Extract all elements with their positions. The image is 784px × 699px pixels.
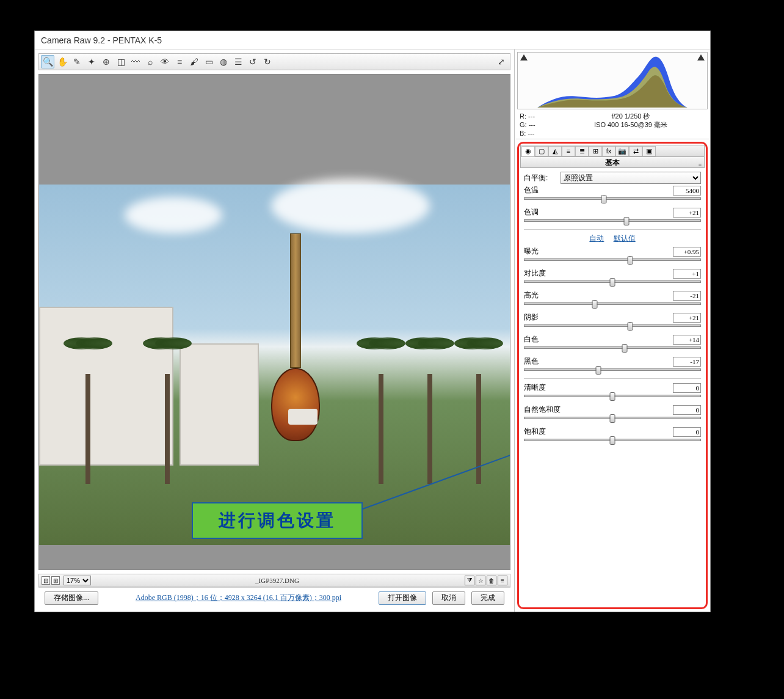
tab-detail[interactable]: ◭: [548, 146, 562, 156]
slider-thumb[interactable]: [610, 414, 615, 423]
slider-track[interactable]: [524, 367, 701, 373]
slider-presence-0: 清晰度: [524, 382, 701, 400]
slider-presence-1: 自然饱和度: [524, 404, 701, 422]
save-button[interactable]: 存储图像...: [45, 591, 98, 605]
slider-tone-3: 阴影: [524, 312, 701, 329]
slider-thumb[interactable]: [595, 366, 601, 375]
slider-value-input[interactable]: [673, 335, 701, 345]
slider-value-input[interactable]: [673, 383, 701, 393]
slider-value-input[interactable]: [673, 405, 701, 415]
done-button[interactable]: 完成: [471, 591, 504, 605]
hand-icon[interactable]: ✋: [56, 55, 69, 68]
slider-value-input[interactable]: [673, 291, 701, 301]
rating-icon[interactable]: ☆: [476, 576, 485, 585]
slider-value-input[interactable]: [673, 269, 701, 279]
default-link[interactable]: 默认值: [614, 234, 636, 243]
slider-track[interactable]: [524, 345, 701, 351]
grid-minus-icon[interactable]: ⊟: [42, 576, 50, 585]
slider-value-input[interactable]: [673, 313, 701, 323]
prefs-icon[interactable]: ☰: [231, 55, 245, 68]
slider-value-input[interactable]: [673, 357, 701, 367]
adjust-icon[interactable]: ≡: [173, 55, 186, 68]
slider-label: 饱和度: [524, 426, 546, 437]
tab-fx[interactable]: fx: [602, 146, 615, 156]
tab-hsl[interactable]: ≡: [562, 146, 575, 156]
slider-label: 阴影: [524, 312, 539, 323]
target-icon[interactable]: ⊕: [100, 55, 113, 68]
panel-menu-icon[interactable]: ≡: [699, 159, 702, 170]
tab-basic[interactable]: ◉: [521, 146, 535, 156]
redeye-icon[interactable]: 👁: [158, 55, 172, 68]
radial-icon[interactable]: ◍: [217, 55, 230, 68]
sampler-icon[interactable]: ✦: [85, 55, 98, 68]
tab-split[interactable]: ≣: [575, 146, 589, 156]
spot-icon[interactable]: ⌕: [143, 55, 157, 68]
filename-label: _IGP3927.DNG: [91, 577, 463, 584]
grid-plus-icon[interactable]: ⊞: [51, 576, 60, 585]
slider-thumb[interactable]: [628, 256, 633, 265]
slider-track[interactable]: [524, 393, 701, 400]
footer-bar: 存储图像... Adobe RGB (1998)；16 位；4928 x 326…: [38, 587, 510, 608]
slider-thumb[interactable]: [610, 392, 615, 401]
gradient-icon[interactable]: ▭: [202, 55, 216, 68]
slider-presence-2: 饱和度: [524, 426, 701, 444]
slider-thumb[interactable]: [624, 217, 630, 225]
fullscreen-icon[interactable]: ⤢: [495, 55, 508, 68]
slider-thumb[interactable]: [601, 195, 606, 203]
histogram[interactable]: [517, 52, 708, 109]
rotate-cw-icon[interactable]: ↻: [261, 55, 274, 68]
image-preview[interactable]: 进行调色设置: [38, 74, 510, 570]
slider-value-input[interactable]: [673, 247, 701, 257]
workflow-link[interactable]: Adobe RGB (1998)；16 位；4928 x 3264 (16.1 …: [136, 593, 341, 602]
slider-tone-0: 曝光: [524, 246, 701, 263]
slider-track[interactable]: [524, 301, 701, 307]
slider-track[interactable]: [524, 218, 701, 224]
slider-value-input[interactable]: [673, 208, 701, 218]
menu-icon[interactable]: ≡: [498, 576, 507, 585]
zoom-select[interactable]: 17%: [64, 576, 91, 585]
slider-track[interactable]: [524, 437, 701, 444]
shadow-clip-icon[interactable]: [520, 54, 528, 60]
open-button[interactable]: 打开图像: [379, 591, 426, 605]
slider-tone-4: 白色: [524, 334, 701, 351]
tab-camera[interactable]: 📷: [615, 146, 629, 156]
slider-track[interactable]: [524, 196, 701, 202]
crop-icon[interactable]: ◫: [114, 55, 128, 68]
slider-thumb[interactable]: [610, 278, 615, 287]
brush-icon[interactable]: 🖌: [187, 55, 201, 68]
filter-icon[interactable]: ⧩: [465, 576, 474, 585]
guitar-sign: [265, 233, 326, 459]
wb-select[interactable]: 原照设置: [561, 172, 701, 184]
zoom-icon[interactable]: 🔍: [41, 55, 54, 68]
slider-track[interactable]: [524, 279, 701, 285]
slider-thumb[interactable]: [610, 436, 615, 445]
tab-presets[interactable]: ⇄: [629, 146, 642, 156]
tab-curve[interactable]: ▢: [535, 146, 548, 156]
slider-wb-1: 色调: [524, 207, 701, 224]
slider-tone-1: 对比度: [524, 268, 701, 285]
zoom-bar: ⊟ ⊞ 17% _IGP3927.DNG ⧩ ☆ 🗑 ≡: [38, 574, 510, 587]
eyedropper-icon[interactable]: ✎: [70, 55, 84, 68]
slider-label: 色温: [524, 185, 539, 196]
panel-title: 基本≡: [520, 157, 705, 168]
rotate-ccw-icon[interactable]: ↺: [246, 55, 260, 68]
trash-icon[interactable]: 🗑: [487, 576, 496, 585]
tab-snapshots[interactable]: ▣: [642, 146, 656, 156]
photo-metadata: R: ---G: ---B: --- f/20 1/250 秒ISO 400 1…: [516, 111, 709, 139]
slider-thumb[interactable]: [628, 322, 633, 331]
slider-track[interactable]: [524, 323, 701, 329]
cancel-button[interactable]: 取消: [432, 591, 465, 605]
auto-link[interactable]: 自动: [589, 234, 604, 243]
tab-lens[interactable]: ⊞: [589, 146, 602, 156]
slider-label: 对比度: [524, 268, 546, 279]
slider-value-input[interactable]: [673, 186, 701, 196]
slider-tone-2: 高光: [524, 290, 701, 307]
slider-value-input[interactable]: [673, 427, 701, 437]
highlight-clip-icon[interactable]: [697, 54, 705, 60]
slider-thumb[interactable]: [622, 344, 628, 353]
slider-track[interactable]: [524, 415, 701, 422]
basic-panel-highlighted: ◉ ▢ ◭ ≡ ≣ ⊞ fx 📷 ⇄ ▣ 基本≡ 白平衡: 原照设置: [517, 142, 708, 609]
slider-thumb[interactable]: [592, 300, 598, 309]
straighten-icon[interactable]: 〰: [129, 55, 142, 68]
slider-track[interactable]: [524, 257, 701, 263]
